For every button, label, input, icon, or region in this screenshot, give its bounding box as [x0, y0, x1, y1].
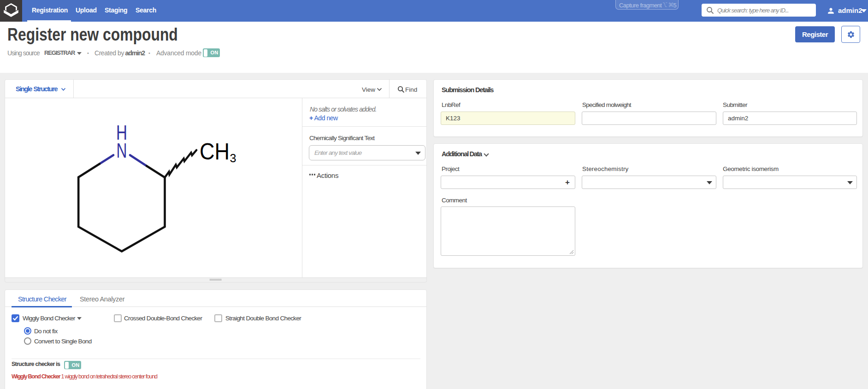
- svg-text:CH: CH: [200, 139, 230, 165]
- svg-text:3: 3: [230, 152, 236, 165]
- svg-text:N: N: [117, 139, 127, 162]
